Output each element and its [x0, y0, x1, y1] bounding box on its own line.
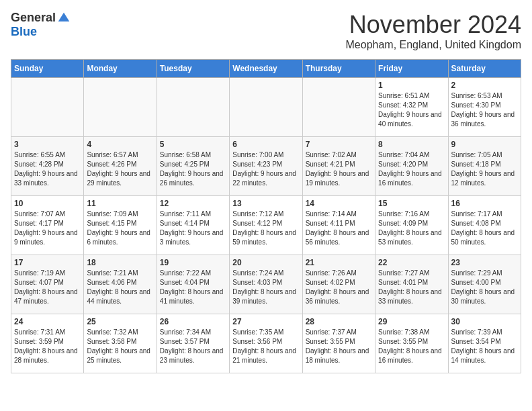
- calendar-header-cell: Tuesday: [157, 60, 229, 78]
- day-number: 27: [232, 317, 299, 326]
- calendar-body: 1Sunrise: 6:51 AM Sunset: 4:32 PM Daylig…: [11, 78, 521, 373]
- day-detail: Sunrise: 7:32 AM Sunset: 3:58 PM Dayligh…: [87, 328, 153, 365]
- calendar-week-row: 1Sunrise: 6:51 AM Sunset: 4:32 PM Daylig…: [11, 78, 521, 137]
- day-detail: Sunrise: 6:57 AM Sunset: 4:26 PM Dayligh…: [87, 150, 153, 188]
- day-detail: Sunrise: 7:21 AM Sunset: 4:06 PM Dayligh…: [87, 269, 153, 306]
- day-number: 3: [14, 140, 81, 149]
- day-detail: Sunrise: 7:09 AM Sunset: 4:15 PM Dayligh…: [87, 210, 153, 247]
- calendar-header-cell: Wednesday: [230, 60, 302, 78]
- day-detail: Sunrise: 7:31 AM Sunset: 3:59 PM Dayligh…: [14, 328, 81, 365]
- calendar-header-cell: Monday: [84, 60, 157, 78]
- day-number: 20: [232, 258, 299, 267]
- calendar-day-cell: 3Sunrise: 6:55 AM Sunset: 4:28 PM Daylig…: [11, 137, 84, 196]
- day-number: 11: [87, 199, 153, 208]
- day-number: 17: [14, 258, 81, 267]
- calendar-day-cell: 11Sunrise: 7:09 AM Sunset: 4:15 PM Dayli…: [84, 196, 157, 255]
- day-number: 13: [232, 199, 299, 208]
- day-detail: Sunrise: 6:53 AM Sunset: 4:30 PM Dayligh…: [451, 91, 518, 129]
- day-detail: Sunrise: 7:29 AM Sunset: 4:00 PM Dayligh…: [451, 269, 518, 306]
- logo-blue-text: Blue: [11, 25, 37, 39]
- calendar-week-row: 17Sunrise: 7:19 AM Sunset: 4:07 PM Dayli…: [11, 255, 521, 314]
- day-number: 4: [87, 140, 153, 149]
- day-number: 29: [378, 317, 445, 326]
- day-number: 2: [451, 81, 518, 90]
- calendar-header-row: SundayMondayTuesdayWednesdayThursdayFrid…: [11, 60, 521, 78]
- page-header: General Blue November 2024 Meopham, Engl…: [11, 11, 521, 51]
- logo-general-text: General: [11, 11, 56, 25]
- day-detail: Sunrise: 7:17 AM Sunset: 4:08 PM Dayligh…: [451, 210, 518, 247]
- calendar-day-cell: 9Sunrise: 7:05 AM Sunset: 4:18 PM Daylig…: [448, 137, 521, 196]
- calendar-day-cell: [230, 78, 302, 137]
- day-detail: Sunrise: 7:34 AM Sunset: 3:57 PM Dayligh…: [160, 328, 226, 365]
- calendar-day-cell: 14Sunrise: 7:14 AM Sunset: 4:11 PM Dayli…: [302, 196, 375, 255]
- calendar-day-cell: 6Sunrise: 7:00 AM Sunset: 4:23 PM Daylig…: [230, 137, 302, 196]
- day-number: 12: [160, 199, 226, 208]
- day-number: 22: [378, 258, 445, 267]
- day-detail: Sunrise: 7:19 AM Sunset: 4:07 PM Dayligh…: [14, 269, 81, 306]
- calendar-day-cell: [302, 78, 375, 137]
- day-detail: Sunrise: 7:02 AM Sunset: 4:21 PM Dayligh…: [306, 150, 372, 188]
- day-number: 25: [87, 317, 153, 326]
- day-detail: Sunrise: 7:04 AM Sunset: 4:20 PM Dayligh…: [378, 150, 445, 188]
- day-detail: Sunrise: 7:07 AM Sunset: 4:17 PM Dayligh…: [14, 210, 81, 247]
- location-text: Meopham, England, United Kingdom: [346, 39, 522, 51]
- calendar-day-cell: 5Sunrise: 6:58 AM Sunset: 4:25 PM Daylig…: [157, 137, 229, 196]
- day-number: 10: [14, 199, 81, 208]
- calendar-header-cell: Thursday: [302, 60, 375, 78]
- calendar-week-row: 24Sunrise: 7:31 AM Sunset: 3:59 PM Dayli…: [11, 314, 521, 373]
- calendar-header-cell: Sunday: [11, 60, 84, 78]
- day-detail: Sunrise: 7:11 AM Sunset: 4:14 PM Dayligh…: [160, 210, 226, 247]
- day-detail: Sunrise: 7:38 AM Sunset: 3:55 PM Dayligh…: [378, 328, 445, 365]
- day-detail: Sunrise: 7:16 AM Sunset: 4:09 PM Dayligh…: [378, 210, 445, 247]
- calendar-day-cell: 7Sunrise: 7:02 AM Sunset: 4:21 PM Daylig…: [302, 137, 375, 196]
- day-detail: Sunrise: 7:39 AM Sunset: 3:54 PM Dayligh…: [451, 328, 518, 365]
- day-number: 9: [451, 140, 518, 149]
- day-number: 18: [87, 258, 153, 267]
- day-number: 14: [306, 199, 372, 208]
- day-detail: Sunrise: 6:55 AM Sunset: 4:28 PM Dayligh…: [14, 150, 81, 188]
- calendar-day-cell: 19Sunrise: 7:22 AM Sunset: 4:04 PM Dayli…: [157, 255, 229, 314]
- day-detail: Sunrise: 7:14 AM Sunset: 4:11 PM Dayligh…: [306, 210, 372, 247]
- calendar-day-cell: 18Sunrise: 7:21 AM Sunset: 4:06 PM Dayli…: [84, 255, 157, 314]
- calendar-day-cell: 17Sunrise: 7:19 AM Sunset: 4:07 PM Dayli…: [11, 255, 84, 314]
- title-block: November 2024 Meopham, England, United K…: [346, 11, 522, 51]
- calendar-week-row: 10Sunrise: 7:07 AM Sunset: 4:17 PM Dayli…: [11, 196, 521, 255]
- calendar-day-cell: 29Sunrise: 7:38 AM Sunset: 3:55 PM Dayli…: [375, 314, 448, 373]
- day-number: 5: [160, 140, 226, 149]
- month-title: November 2024: [346, 11, 522, 39]
- day-detail: Sunrise: 6:58 AM Sunset: 4:25 PM Dayligh…: [160, 150, 226, 188]
- day-detail: Sunrise: 7:26 AM Sunset: 4:02 PM Dayligh…: [306, 269, 372, 306]
- day-number: 26: [160, 317, 226, 326]
- day-detail: Sunrise: 7:00 AM Sunset: 4:23 PM Dayligh…: [232, 150, 299, 188]
- calendar-day-cell: 15Sunrise: 7:16 AM Sunset: 4:09 PM Dayli…: [375, 196, 448, 255]
- calendar-header-cell: Friday: [375, 60, 448, 78]
- calendar-day-cell: 21Sunrise: 7:26 AM Sunset: 4:02 PM Dayli…: [302, 255, 375, 314]
- day-number: 30: [451, 317, 518, 326]
- logo-icon: [57, 11, 71, 25]
- day-detail: Sunrise: 7:24 AM Sunset: 4:03 PM Dayligh…: [232, 269, 299, 306]
- calendar-table: SundayMondayTuesdayWednesdayThursdayFrid…: [11, 59, 521, 373]
- day-detail: Sunrise: 7:22 AM Sunset: 4:04 PM Dayligh…: [160, 269, 226, 306]
- day-number: 7: [306, 140, 372, 149]
- svg-marker-0: [58, 12, 70, 21]
- calendar-day-cell: 4Sunrise: 6:57 AM Sunset: 4:26 PM Daylig…: [84, 137, 157, 196]
- day-detail: Sunrise: 7:35 AM Sunset: 3:56 PM Dayligh…: [232, 328, 299, 365]
- day-detail: Sunrise: 7:37 AM Sunset: 3:55 PM Dayligh…: [306, 328, 372, 365]
- calendar-day-cell: [84, 78, 157, 137]
- day-detail: Sunrise: 6:51 AM Sunset: 4:32 PM Dayligh…: [378, 91, 445, 129]
- calendar-day-cell: 23Sunrise: 7:29 AM Sunset: 4:00 PM Dayli…: [448, 255, 521, 314]
- calendar-day-cell: 22Sunrise: 7:27 AM Sunset: 4:01 PM Dayli…: [375, 255, 448, 314]
- calendar-day-cell: [11, 78, 84, 137]
- calendar-day-cell: 1Sunrise: 6:51 AM Sunset: 4:32 PM Daylig…: [375, 78, 448, 137]
- calendar-week-row: 3Sunrise: 6:55 AM Sunset: 4:28 PM Daylig…: [11, 137, 521, 196]
- day-number: 19: [160, 258, 226, 267]
- calendar-day-cell: 28Sunrise: 7:37 AM Sunset: 3:55 PM Dayli…: [302, 314, 375, 373]
- calendar-day-cell: 20Sunrise: 7:24 AM Sunset: 4:03 PM Dayli…: [230, 255, 302, 314]
- calendar-day-cell: 30Sunrise: 7:39 AM Sunset: 3:54 PM Dayli…: [448, 314, 521, 373]
- calendar-day-cell: 25Sunrise: 7:32 AM Sunset: 3:58 PM Dayli…: [84, 314, 157, 373]
- calendar-day-cell: 26Sunrise: 7:34 AM Sunset: 3:57 PM Dayli…: [157, 314, 229, 373]
- calendar-day-cell: [157, 78, 229, 137]
- calendar-header-cell: Saturday: [448, 60, 521, 78]
- day-number: 21: [306, 258, 372, 267]
- day-number: 16: [451, 199, 518, 208]
